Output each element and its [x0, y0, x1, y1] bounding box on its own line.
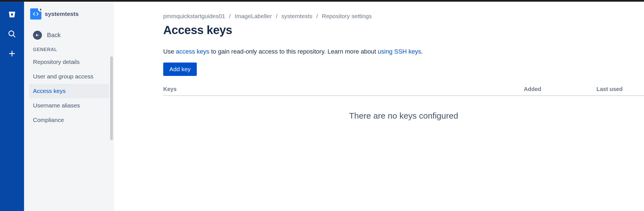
breadcrumb-item[interactable]: systemtests — [281, 13, 312, 20]
keys-table-header: Keys Added Last used — [163, 86, 644, 96]
breadcrumb-item[interactable]: ImageLabeller — [235, 13, 272, 20]
repo-name: systemtests — [45, 11, 79, 17]
access-keys-link[interactable]: access keys — [176, 48, 209, 55]
back-arrow-icon — [33, 31, 42, 40]
desc-text: Use — [163, 48, 176, 55]
breadcrumb-item[interactable]: pmmquickstartguides01 — [163, 13, 225, 20]
main-content: pmmquickstartguides01/ImageLabeller/syst… — [114, 2, 644, 211]
breadcrumb: pmmquickstartguides01/ImageLabeller/syst… — [163, 13, 644, 20]
desc-text: to gain read-only access to this reposit… — [209, 48, 378, 55]
empty-state-message: There are no keys configured — [163, 96, 644, 121]
lock-icon — [38, 7, 43, 12]
sidebar-item-repository-details[interactable]: Repository details — [29, 55, 109, 69]
breadcrumb-separator: / — [229, 13, 231, 20]
bitbucket-logo-icon[interactable] — [6, 9, 18, 20]
page-title: Access keys — [163, 23, 644, 37]
app-shell: systemtests Back GENERAL Repository deta… — [0, 2, 644, 211]
sidebar-scrollbar[interactable] — [110, 56, 113, 140]
column-header-keys: Keys — [163, 86, 524, 92]
plus-icon[interactable] — [6, 48, 18, 59]
page-description: Use access keys to gain read-only access… — [163, 48, 644, 55]
repo-header[interactable]: systemtests — [29, 8, 109, 20]
sidebar-item-compliance[interactable]: Compliance — [29, 113, 109, 127]
sidebar-nav-list: Repository detailsUser and group accessA… — [29, 55, 109, 127]
desc-text: . — [421, 48, 423, 55]
global-nav-rail — [0, 2, 24, 211]
ssh-keys-link[interactable]: using SSH keys — [378, 48, 421, 55]
sidebar-item-access-keys[interactable]: Access keys — [29, 84, 109, 98]
svg-rect-4 — [40, 9, 41, 10]
back-label: Back — [47, 32, 61, 39]
column-header-added: Added — [524, 86, 596, 92]
settings-sidebar: systemtests Back GENERAL Repository deta… — [24, 2, 114, 211]
breadcrumb-item[interactable]: Repository settings — [322, 13, 372, 20]
sidebar-section-label: GENERAL — [29, 47, 109, 52]
svg-point-0 — [9, 31, 14, 36]
search-icon[interactable] — [6, 28, 18, 40]
sidebar-item-user-and-group-access[interactable]: User and group access — [29, 69, 109, 84]
sidebar-item-username-aliases[interactable]: Username aliases — [29, 98, 109, 113]
svg-line-1 — [13, 35, 15, 37]
back-button[interactable]: Back — [29, 28, 109, 42]
add-key-button[interactable]: Add key — [163, 63, 197, 76]
column-header-last-used: Last used — [596, 86, 644, 92]
breadcrumb-separator: / — [316, 13, 318, 20]
breadcrumb-separator: / — [276, 13, 278, 20]
repo-avatar — [30, 8, 41, 20]
